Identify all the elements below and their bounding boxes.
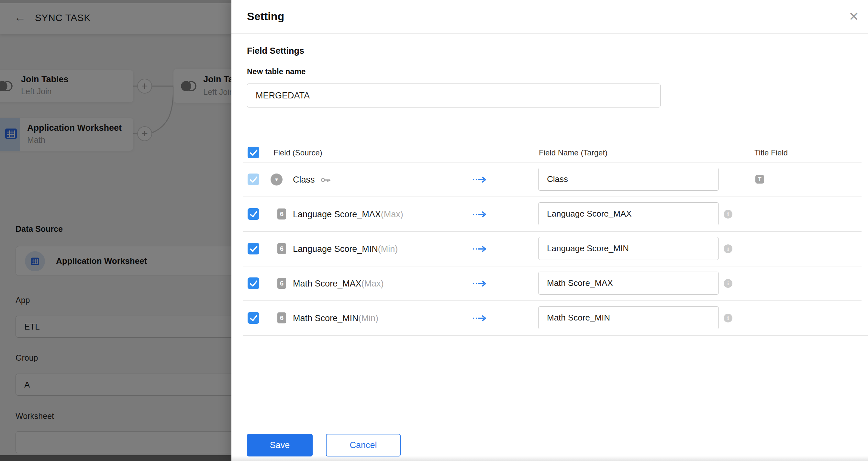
title-field-badge[interactable]: T — [755, 175, 764, 184]
column-field-source: Field (Source) — [274, 148, 322, 157]
number-field-icon: 6 — [277, 209, 286, 219]
field-row-language-score-min: 6 Language Score_MIN(Min) i — [231, 231, 868, 266]
setting-title: Setting — [247, 10, 284, 23]
info-icon[interactable]: i — [724, 210, 733, 218]
target-field-input[interactable] — [538, 272, 719, 295]
row-divider — [243, 335, 868, 336]
mapping-arrow-icon — [472, 245, 487, 252]
field-table-header: Field (Source) Field Name (Target) Title… — [231, 142, 868, 162]
target-field-input[interactable] — [538, 306, 719, 329]
row-checkbox[interactable] — [248, 312, 259, 324]
column-field-name-target: Field Name (Target) — [539, 148, 608, 157]
source-field-label: Math Score_MAX(Max) — [293, 279, 384, 289]
number-field-icon: 6 — [277, 278, 286, 289]
field-row-math-score-max: 6 Math Score_MAX(Max) i — [231, 266, 868, 301]
source-field-text: Language Score_MAX — [293, 210, 381, 219]
screen: ← SYNC TASK Join Tables Left Join — [0, 0, 868, 461]
row-divider — [243, 301, 862, 301]
select-all-checkbox[interactable] — [248, 147, 259, 158]
target-field-input[interactable] — [538, 237, 719, 260]
setting-panel-header: Setting ✕ — [231, 0, 868, 34]
source-field-text: Class — [293, 175, 315, 185]
mapping-arrow-icon — [472, 315, 487, 322]
source-field-label: Language Score_MAX(Max) — [293, 210, 403, 219]
source-field-suffix: (Min) — [378, 244, 398, 254]
key-icon — [321, 177, 331, 183]
mapping-arrow-icon — [472, 176, 487, 183]
new-table-name-label: New table name — [247, 67, 306, 76]
source-field-suffix: (Max) — [381, 210, 403, 219]
source-field-text: Language Score_MIN — [293, 244, 378, 254]
number-field-icon: 6 — [277, 312, 286, 324]
target-field-input[interactable] — [538, 168, 719, 191]
info-icon[interactable]: i — [724, 314, 733, 322]
source-field-text: Math Score_MIN — [293, 313, 359, 323]
row-checkbox[interactable] — [248, 208, 259, 220]
cancel-button[interactable]: Cancel — [326, 434, 401, 457]
number-field-icon: 6 — [277, 243, 286, 254]
row-divider — [243, 196, 862, 197]
target-field-input[interactable] — [538, 202, 719, 225]
source-field-label: Language Score_MIN(Min) — [293, 244, 398, 254]
row-checkbox[interactable] — [248, 174, 259, 185]
field-row-math-score-min: 6 Math Score_MIN(Min) i — [231, 301, 868, 335]
save-button[interactable]: Save — [247, 434, 313, 457]
field-row-language-score-max: 6 Language Score_MAX(Max) i — [231, 196, 868, 231]
close-icon[interactable]: ✕ — [848, 10, 859, 23]
chevron-down-icon[interactable]: ▼ — [271, 174, 282, 185]
new-table-name-input[interactable] — [247, 84, 660, 107]
field-settings-heading: Field Settings — [247, 46, 304, 56]
row-checkbox[interactable] — [248, 243, 259, 254]
source-field-label: Math Score_MIN(Min) — [293, 313, 378, 324]
setting-panel: Setting ✕ Field Settings New table name … — [231, 0, 868, 461]
row-checkbox[interactable] — [248, 277, 259, 289]
panel-bottom-fade — [231, 456, 868, 461]
row-divider — [243, 266, 862, 267]
source-field-label: Class — [293, 175, 315, 185]
source-field-suffix: (Min) — [359, 313, 379, 323]
mapping-arrow-icon — [472, 280, 487, 287]
column-title-field: Title Field — [754, 148, 788, 157]
info-icon[interactable]: i — [724, 279, 733, 288]
info-icon[interactable]: i — [724, 244, 733, 253]
row-divider — [243, 162, 862, 162]
source-field-suffix: (Max) — [362, 279, 384, 288]
source-field-text: Math Score_MAX — [293, 279, 362, 288]
mapping-arrow-icon — [472, 211, 487, 218]
row-divider — [243, 231, 862, 232]
field-rows: ▼ Class T 6 Langu — [231, 162, 868, 336]
field-row-class: ▼ Class T — [231, 162, 868, 196]
modal-overlay[interactable] — [0, 0, 232, 461]
